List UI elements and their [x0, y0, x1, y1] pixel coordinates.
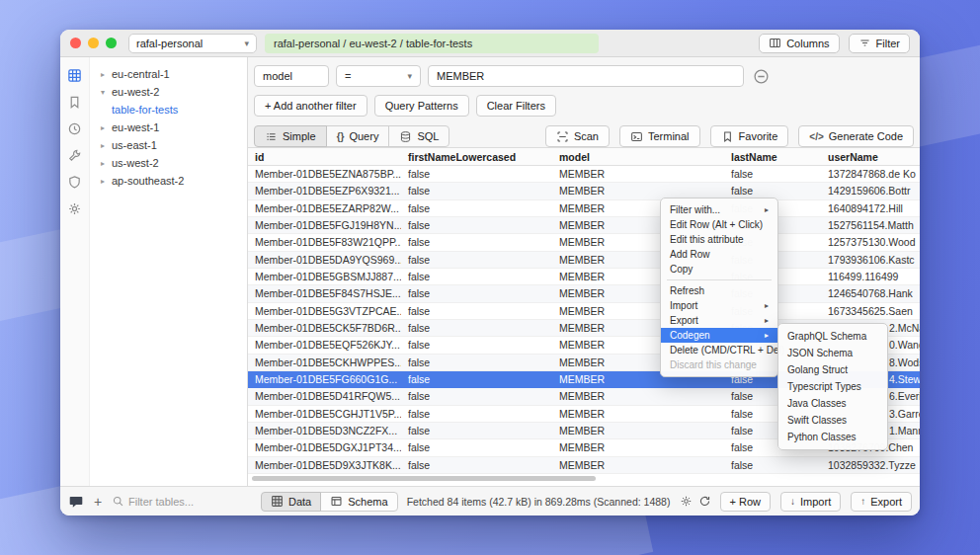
- menu-item-delete-cmd-ctrl-del[interactable]: Delete (CMD/CTRL + Del): [661, 343, 777, 357]
- cell-id[interactable]: Member-01DBE5F83W21QPP...: [248, 236, 401, 248]
- sidebar-region-eu-west-1[interactable]: ▸eu-west-1: [91, 119, 247, 136]
- cell-id[interactable]: Member-01DBE5EZNA875BP...: [248, 168, 401, 180]
- cell-model[interactable]: MEMBER: [552, 459, 724, 471]
- cell-firstNameLowercased[interactable]: false: [401, 373, 552, 385]
- menu-item-import[interactable]: Import▸: [661, 298, 777, 313]
- cell-id[interactable]: Member-01DBE5D41RFQW5...: [248, 390, 401, 402]
- add-another-filter-button[interactable]: + Add another filter: [254, 95, 368, 117]
- cell-firstNameLowercased[interactable]: false: [401, 254, 552, 266]
- cell-id[interactable]: Member-01DBE5DGXJ1PT34...: [248, 441, 401, 453]
- menu-item-filter-with[interactable]: Filter with...▸: [661, 202, 777, 217]
- cell-firstNameLowercased[interactable]: false: [401, 168, 552, 180]
- cell-firstNameLowercased[interactable]: false: [401, 339, 552, 351]
- cell-userName[interactable]: 116499.116499: [821, 271, 920, 282]
- submenu-item-json-schema[interactable]: JSON Schema: [778, 345, 887, 361]
- terminal-button[interactable]: Terminal: [619, 125, 700, 147]
- cell-firstNameLowercased[interactable]: false: [401, 271, 552, 282]
- cell-userName[interactable]: 1246540768.Hank: [821, 287, 920, 299]
- cell-firstNameLowercased[interactable]: false: [401, 357, 552, 368]
- cell-model[interactable]: MEMBER: [552, 185, 724, 197]
- cell-model[interactable]: MEMBER: [552, 408, 724, 420]
- generate-code-button[interactable]: </> Generate Code: [798, 125, 914, 147]
- cell-userName[interactable]: 1257375130.Wood: [821, 236, 920, 248]
- cell-userName[interactable]: 1032859332.Tyzze: [821, 459, 920, 471]
- filter-attribute-input[interactable]: [254, 65, 329, 87]
- tab-data[interactable]: Data: [261, 492, 321, 512]
- cell-firstNameLowercased[interactable]: false: [401, 236, 552, 248]
- sidebar-table-table-for-tests[interactable]: table-for-tests: [91, 101, 247, 119]
- cell-id[interactable]: Member-01DBE5CKHWPPES...: [248, 357, 401, 368]
- cell-userName[interactable]: 1673345625.Saen: [821, 305, 920, 317]
- table-row[interactable]: Member-01DBE5D9X3JTK8K...falseMEMBERfals…: [248, 457, 920, 474]
- chevron-right-icon[interactable]: ▸: [99, 177, 107, 186]
- filter-value-input[interactable]: [428, 65, 744, 87]
- chevron-right-icon[interactable]: ▸: [99, 141, 107, 150]
- menu-item-copy[interactable]: Copy: [661, 262, 777, 277]
- menu-item-codegen[interactable]: Codegen▸: [661, 328, 777, 343]
- export-button[interactable]: ↑ Export: [851, 492, 912, 512]
- bookmark-icon[interactable]: [67, 95, 82, 110]
- sidebar-region-ap-southeast-2[interactable]: ▸ap-southeast-2: [91, 172, 247, 190]
- cell-firstNameLowercased[interactable]: false: [401, 425, 552, 436]
- cell-firstNameLowercased[interactable]: false: [401, 322, 552, 334]
- cell-firstNameLowercased[interactable]: false: [401, 219, 552, 231]
- submenu-item-python-classes[interactable]: Python Classes: [778, 429, 887, 445]
- chevron-right-icon[interactable]: ▸: [99, 159, 107, 168]
- minimize-button[interactable]: [88, 38, 99, 48]
- clear-filters-button[interactable]: Clear Filters: [476, 95, 556, 117]
- close-button[interactable]: [70, 38, 81, 48]
- menu-item-export[interactable]: Export▸: [661, 313, 777, 328]
- table-row[interactable]: Member-01DBE5GBSMJJ887...falseMEMBERfals…: [248, 269, 920, 285]
- cell-userName[interactable]: 1793936106.Kastc: [821, 254, 920, 266]
- scan-button[interactable]: Scan: [545, 125, 610, 147]
- submenu-item-golang-struct[interactable]: Golang Struct: [778, 361, 887, 378]
- add-row-button[interactable]: + Row: [720, 492, 772, 512]
- cell-id[interactable]: Member-01DBE5F84S7HSJE...: [248, 287, 401, 299]
- column-header-firstNameLowercased[interactable]: firstNameLowercased: [401, 151, 552, 163]
- tab-sql[interactable]: SQL: [388, 125, 449, 147]
- chevron-right-icon[interactable]: ▸: [99, 70, 107, 79]
- cell-lastName[interactable]: false: [724, 459, 821, 471]
- chevron-down-icon[interactable]: ▾: [99, 88, 107, 97]
- tab-schema[interactable]: Schema: [320, 492, 397, 512]
- menu-item-add-row[interactable]: Add Row: [661, 247, 777, 262]
- sidebar-region-us-east-1[interactable]: ▸us-east-1: [91, 136, 247, 154]
- breadcrumb[interactable]: rafal-personal / eu-west-2 / table-for-t…: [265, 34, 599, 53]
- cell-userName[interactable]: 1372847868.de Ko: [821, 168, 920, 180]
- filter-tables-input[interactable]: [128, 496, 232, 508]
- table-row[interactable]: Member-01DBE5FGJ19H8YN...falseMEMBERfals…: [248, 217, 920, 234]
- cell-userName[interactable]: 1429159606.Bottr: [821, 185, 920, 197]
- table-row[interactable]: Member-01DBE5F83W21QPP...falseMEMBERfals…: [248, 234, 920, 251]
- cell-userName[interactable]: 1640894172.Hill: [821, 202, 920, 214]
- cell-id[interactable]: Member-01DBE5FG660G1G...: [248, 373, 401, 385]
- cell-firstNameLowercased[interactable]: false: [401, 441, 552, 453]
- cell-id[interactable]: Member-01DBE5FGJ19H8YN...: [248, 219, 401, 231]
- filter-button[interactable]: Filter: [849, 34, 910, 53]
- cell-firstNameLowercased[interactable]: false: [401, 459, 552, 471]
- submenu-item-java-classes[interactable]: Java Classes: [778, 395, 887, 412]
- sidebar-region-us-west-2[interactable]: ▸us-west-2: [91, 154, 247, 172]
- columns-button[interactable]: Columns: [759, 34, 839, 53]
- cell-firstNameLowercased[interactable]: false: [401, 390, 552, 402]
- tab-query[interactable]: {} Query: [326, 125, 390, 147]
- cell-model[interactable]: MEMBER: [552, 425, 724, 436]
- cell-id[interactable]: Member-01DBE5CGHJT1V5P...: [248, 408, 401, 420]
- cell-model[interactable]: MEMBER: [552, 441, 724, 453]
- cell-lastName[interactable]: false: [724, 168, 821, 180]
- column-header-model[interactable]: model: [552, 151, 724, 163]
- gear-icon[interactable]: [680, 495, 693, 508]
- profile-dropdown[interactable]: rafal-personal ▾: [128, 34, 257, 53]
- table-row[interactable]: Member-01DBE5EZARP82W...falseMEMBERfalse…: [248, 200, 920, 217]
- cell-id[interactable]: Member-01DBE5GBSMJJ887...: [248, 271, 401, 282]
- tab-simple[interactable]: Simple: [254, 125, 327, 147]
- cell-firstNameLowercased[interactable]: false: [401, 408, 552, 420]
- cell-lastName[interactable]: false: [724, 185, 821, 197]
- cell-id[interactable]: Member-01DBE5EQF526KJY...: [248, 339, 401, 351]
- cell-userName[interactable]: 1527561154.Matth: [821, 219, 920, 231]
- submenu-item-swift-classes[interactable]: Swift Classes: [778, 412, 887, 429]
- zoom-button[interactable]: [106, 38, 117, 48]
- menu-item-edit-this-attribute[interactable]: Edit this attribute: [661, 232, 777, 247]
- horizontal-scrollbar[interactable]: [252, 476, 596, 481]
- cell-firstNameLowercased[interactable]: false: [401, 305, 552, 317]
- cell-firstNameLowercased[interactable]: false: [401, 202, 552, 214]
